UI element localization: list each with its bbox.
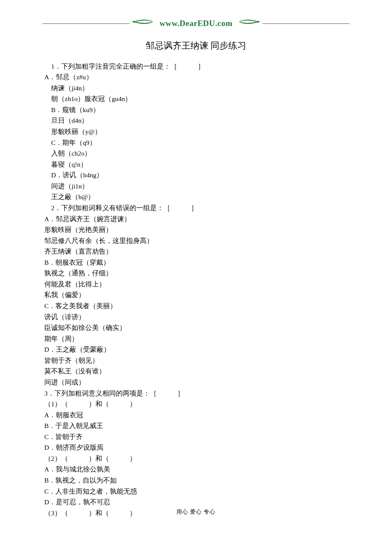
page-title: 邹忌讽齐王纳谏 同步练习: [43, 38, 349, 53]
url-suffix: .com: [215, 19, 233, 28]
q2-opt: D．王之蔽（受蒙蔽）: [44, 344, 349, 355]
document-content: 1．下列加粗字注音完全正确的一组是：［ ］ A．邹忌（z#u） 纳谏（ji4n）…: [43, 61, 349, 519]
svg-point-1: [257, 21, 259, 23]
q2-opt: A．邹忌讽齐王（婉言进谏）: [44, 214, 349, 225]
q3-prompt: 3．下列加粗词意义相同的两项是：［ ］: [44, 388, 349, 399]
q3-sub2-opt: A．我与城北徐公孰美: [44, 464, 349, 475]
leaf-icon-right: [239, 18, 260, 29]
q1-opt: B．窥镜（ku9）: [44, 104, 349, 116]
q1-opt: C．期年（q9）: [44, 137, 349, 148]
q2-opt: 皆朝于齐（朝见）: [44, 355, 349, 366]
q1-opt: 王之蔽（b@）: [44, 191, 349, 202]
q3-sub2-opt: D．是可忍，孰不可忍: [44, 497, 349, 508]
q3-sub1-opt: A．朝服衣冠: [44, 410, 349, 421]
q3-sub1-opt: B．于是入朝见威王: [44, 420, 349, 431]
q1-opt: 入朝（ch2o）: [44, 148, 349, 159]
q1-opt: 纳谏（ji4n）: [44, 83, 349, 94]
q1-opt: 形貌昳丽（y@）: [44, 126, 349, 137]
header-line-left: [43, 23, 130, 24]
page-footer: 用心 爱心 专心: [0, 507, 392, 516]
q2-opt: B．朝服衣冠（穿戴）: [44, 257, 349, 268]
q1-prompt: 1．下列加粗字注音完全正确的一组是：［ ］: [44, 61, 349, 72]
q1-opt: 暮寝（q!n）: [44, 159, 349, 170]
q2-prompt: 2．下列加粗词释义有错误的一组是：［ ］: [44, 202, 349, 214]
q3-sub1-opt: C．皆朝于齐: [44, 431, 349, 442]
q2-opt: 私我（偏爱）: [44, 289, 349, 301]
q2-opt: 莫不私王（没有谁）: [44, 366, 349, 377]
header-line-right: [262, 23, 349, 24]
q1-opt: 朝（zh1o）服衣冠（gu4n）: [44, 93, 349, 104]
q3-sub1-opt: D．朝济而夕设版焉: [44, 442, 349, 453]
q1-opt: 旦日（d4n）: [44, 115, 349, 126]
q2-opt: 臣诚知不如徐公美（确实）: [44, 322, 349, 333]
q2-opt: 齐王纳谏（直言劝告）: [44, 246, 349, 257]
q2-opt: 孰视之（通熟，仔细）: [44, 268, 349, 279]
q2-opt: C．客之美我者（美丽）: [44, 301, 349, 312]
document-page: www.DearEDU.com 邹忌讽齐王纳谏 同步练习 1．下列加粗字注音完全…: [0, 0, 392, 531]
q2-opt: 何能及君（比得上）: [44, 279, 349, 290]
q3-sub2-opt: B．孰视之，自以为不如: [44, 475, 349, 486]
q2-opt: 间进（间或）: [44, 377, 349, 388]
q2-opt: 期年（周）: [44, 333, 349, 344]
q3-sub1-head: （1）（ ）和（ ）: [44, 399, 349, 410]
header-decoration: www.DearEDU.com: [43, 17, 349, 30]
q1-opt: 间进（ji1n）: [44, 181, 349, 192]
q3-sub2-opt: C．人非生而知之者，孰能无惑: [44, 486, 349, 497]
q1-opt: A．邹忌（z#u）: [44, 72, 349, 83]
header-url: www.DearEDU.com: [156, 17, 236, 30]
q2-opt: 谤讥（诽谤）: [44, 312, 349, 323]
url-mid: DearEDU: [179, 19, 215, 28]
q3-sub2-head: （2）（ ）和（ ）: [44, 453, 349, 464]
q2-opt: 邹忌修八尺有余（长，这里指身高）: [44, 235, 349, 246]
url-prefix: www.: [159, 19, 179, 28]
leaf-icon-left: [132, 18, 153, 29]
q1-opt: D．谤讥（b4ng）: [44, 170, 349, 181]
q2-opt: 形貌昳丽（光艳美丽）: [44, 224, 349, 235]
svg-point-0: [133, 21, 135, 23]
